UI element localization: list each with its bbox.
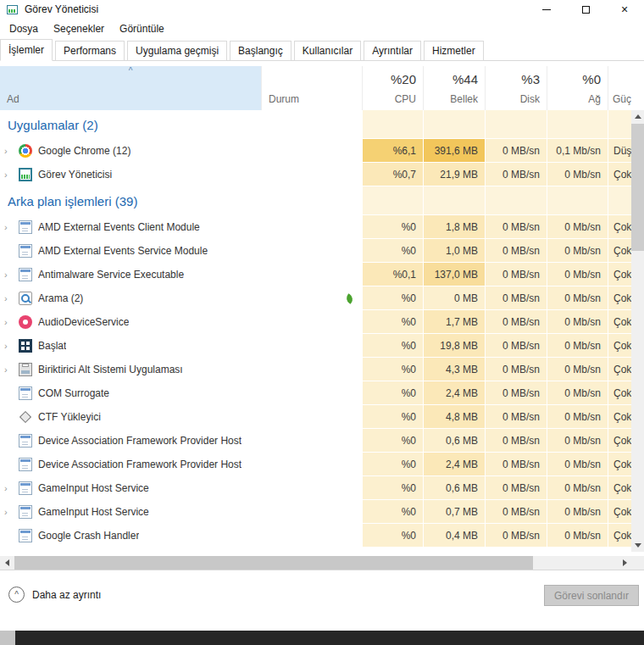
tab-3[interactable]: Başlangıç <box>230 41 291 61</box>
process-net-cell: 0 Mb/sn <box>547 476 608 500</box>
column-header-name[interactable]: ^ Ad <box>0 66 261 110</box>
process-name: GameInput Host Service <box>38 482 149 494</box>
group-header-row[interactable]: Uygulamalar (2) <box>0 110 631 139</box>
scroll-right-button[interactable] <box>618 556 631 570</box>
expand-chevron-icon[interactable]: › <box>4 318 8 327</box>
tab-0[interactable]: İşlemler <box>0 39 53 61</box>
process-name-cell: ›AudioDeviceService <box>0 310 261 334</box>
tab-2[interactable]: Uygulama geçmişi <box>127 41 227 61</box>
process-row[interactable]: Device Association Framework Provider Ho… <box>0 453 631 476</box>
tab-1[interactable]: Performans <box>55 41 125 61</box>
process-name: Device Association Framework Provider Ho… <box>38 435 242 447</box>
window-icon <box>19 505 32 519</box>
process-row[interactable]: ›GameInput Host Service%00,6 MB0 MB/sn0 … <box>0 476 631 500</box>
tab-5[interactable]: Ayrıntılar <box>364 41 421 61</box>
process-row[interactable]: ›Arama (2)%00 MB0 MB/sn0 Mb/snÇok düşük <box>0 286 631 310</box>
process-disk-cell: 0 MB/sn <box>485 381 547 405</box>
menu-item-0[interactable]: Dosya <box>2 19 46 38</box>
minimize-button[interactable] <box>527 0 566 19</box>
menu-item-1[interactable]: Seçenekler <box>46 19 112 38</box>
arrow-up-icon <box>635 114 641 119</box>
vertical-scrollbar[interactable] <box>631 110 644 552</box>
process-name-cell: ›Arama (2) <box>0 286 261 310</box>
window-icon <box>19 220 32 234</box>
column-header-status[interactable]: Durum <box>261 66 362 110</box>
process-name-cell: ›Görev Yöneticisi <box>0 163 261 186</box>
process-name-cell: COM Surrogate <box>0 381 261 405</box>
group-disk-cell <box>485 186 547 215</box>
expand-chevron-icon[interactable]: › <box>4 508 8 517</box>
window-icon <box>19 386 32 400</box>
window-icon <box>19 268 32 281</box>
process-row[interactable]: COM Surrogate%02,4 MB0 MB/sn0 Mb/snÇok d… <box>0 381 631 405</box>
process-row[interactable]: ›Başlat%019,8 MB0 MB/sn0 Mb/snÇok düşük <box>0 334 631 358</box>
process-mem-cell: 0,6 MB <box>423 476 485 500</box>
process-row[interactable]: ›Biriktirici Alt Sistemi Uygulaması%04,3… <box>0 358 631 381</box>
column-header-cpu[interactable]: %20 CPU <box>362 66 423 110</box>
group-label-cell: Arka plan işlemleri (39) <box>0 186 261 215</box>
horizontal-scrollbar-thumb[interactable] <box>14 556 533 570</box>
vertical-scrollbar-thumb[interactable] <box>631 124 644 251</box>
group-net-cell <box>547 110 608 139</box>
group-header-row[interactable]: Arka plan işlemleri (39) <box>0 186 631 215</box>
scroll-left-button[interactable] <box>0 556 14 570</box>
tab-6[interactable]: Hizmetler <box>424 41 484 61</box>
process-row[interactable]: ›Görev Yöneticisi%0,721,9 MB0 MB/sn0 Mb/… <box>0 163 631 186</box>
process-mem-cell: 137,0 MB <box>423 263 485 286</box>
maximize-button[interactable] <box>566 0 605 19</box>
process-cpu-cell: %0 <box>362 429 423 453</box>
process-mem-cell: 0,7 MB <box>423 500 485 524</box>
expand-chevron-icon[interactable]: › <box>4 223 8 232</box>
menu-item-2[interactable]: Görüntüle <box>112 19 172 38</box>
process-name-cell: AMD External Events Service Module <box>0 239 261 263</box>
process-disk-cell: 0 MB/sn <box>485 139 547 163</box>
expand-chevron-icon[interactable]: › <box>4 270 8 280</box>
process-mem-cell: 4,8 MB <box>423 405 485 429</box>
expand-chevron-icon[interactable]: › <box>4 484 8 493</box>
process-row[interactable]: ›AMD External Events Client Module%01,8 … <box>0 215 631 239</box>
tab-4[interactable]: Kullanıcılar <box>294 41 361 61</box>
expand-chevron-icon[interactable]: › <box>4 147 8 156</box>
process-name-cell: ›GameInput Host Service <box>0 500 261 524</box>
expand-chevron-icon[interactable]: › <box>4 294 8 303</box>
process-cpu-cell: %0 <box>362 453 423 476</box>
process-row[interactable]: ›Antimalware Service Executable%0,1137,0… <box>0 263 631 286</box>
process-status-cell <box>261 215 362 239</box>
expand-chevron-icon[interactable]: › <box>4 342 8 351</box>
process-mem-cell: 0,4 MB <box>423 524 485 548</box>
window-icon <box>19 434 32 448</box>
column-header-disk[interactable]: %3 Disk <box>485 66 547 110</box>
expand-chevron-icon[interactable]: › <box>4 365 8 375</box>
process-power-cell: Çok düşük <box>608 163 631 186</box>
process-row[interactable]: Google Crash Handler%00,4 MB0 MB/sn0 Mb/… <box>0 524 631 548</box>
column-header-power[interactable]: Güç kullanımı <box>608 66 631 110</box>
process-row[interactable]: ›AudioDeviceService%01,7 MB0 MB/sn0 Mb/s… <box>0 310 631 334</box>
horizontal-scrollbar[interactable] <box>0 556 631 570</box>
disk-total-value: %3 <box>521 72 540 86</box>
process-row[interactable]: CTF Yükleyici%04,8 MB0 MB/sn0 Mb/snÇok d… <box>0 405 631 429</box>
process-row[interactable]: Device Association Framework Provider Ho… <box>0 429 631 453</box>
process-cpu-cell: %0 <box>362 310 423 334</box>
process-power-cell: Çok düşük <box>608 429 631 453</box>
process-name: CTF Yükleyici <box>38 411 101 423</box>
expand-chevron-icon[interactable]: › <box>4 170 8 180</box>
process-cpu-cell: %0 <box>362 358 423 381</box>
scroll-up-button[interactable] <box>631 110 644 123</box>
column-header-memory[interactable]: %44 Bellek <box>423 66 485 110</box>
column-label-cpu: CPU <box>395 93 416 105</box>
process-cpu-cell: %0 <box>362 405 423 429</box>
process-net-cell: 0 Mb/sn <box>547 310 608 334</box>
network-total-value: %0 <box>582 72 601 86</box>
process-name: Antimalware Service Executable <box>38 269 184 281</box>
close-button[interactable]: × <box>605 0 644 19</box>
scrollbar-corner <box>631 556 644 570</box>
process-net-cell: 0 Mb/sn <box>547 500 608 524</box>
group-mem-cell <box>423 186 485 215</box>
process-row[interactable]: ›Google Chrome (12)%6,1391,6 MB0 MB/sn0,… <box>0 139 631 163</box>
process-row[interactable]: ›GameInput Host Service%00,7 MB0 MB/sn0 … <box>0 500 631 524</box>
less-detail-toggle[interactable]: ^ Daha az ayrıntı <box>8 587 101 603</box>
process-row[interactable]: AMD External Events Service Module%01,0 … <box>0 239 631 263</box>
scroll-down-button[interactable] <box>631 539 644 552</box>
column-header-network[interactable]: %0 Ağ <box>547 66 608 110</box>
end-task-button[interactable]: Görevi sonlandır <box>544 585 639 606</box>
